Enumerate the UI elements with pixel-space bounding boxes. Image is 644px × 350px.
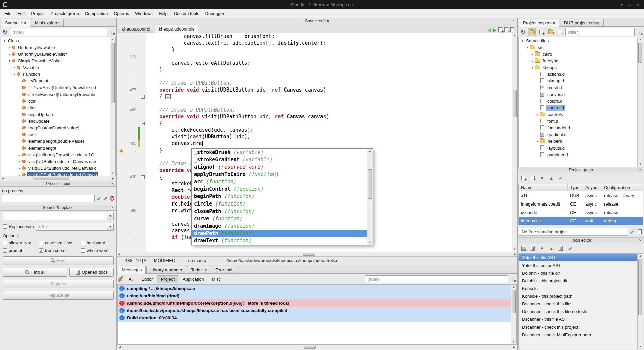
message-row[interactable]: i/home/basile/dev/projects/kheops/kheops… [118, 307, 516, 314]
fold-marker[interactable]: − [141, 122, 145, 125]
tab-mini-explorer[interactable]: Mini explorer [31, 19, 64, 26]
files-tree-vscrollbar[interactable]: ▲ ▼ [637, 37, 643, 167]
fold-column[interactable] [140, 100, 146, 107]
scroll-left-icon[interactable]: ◀ [117, 345, 122, 349]
completion-item[interactable]: circle(function) [192, 200, 373, 208]
completion-item[interactable]: drawPath(function) [192, 230, 373, 237]
gutter-icon-column[interactable] [117, 73, 126, 80]
completion-item[interactable]: alignof(reserved word) [192, 163, 373, 171]
completion-item[interactable]: drawText(function) [192, 237, 373, 244]
column-header-configuration[interactable]: Configuration [602, 184, 643, 191]
column-header-name[interactable]: Name [519, 184, 568, 191]
scroll-left-icon[interactable]: ◀ [1, 176, 5, 181]
menu-windows[interactable]: Windows [132, 10, 156, 17]
add-tool-icon[interactable] [519, 244, 527, 252]
symbol-tree-item[interactable]: fillDrawArea(UniformlyDrawable ud [1, 84, 115, 91]
fold-column[interactable] [140, 207, 146, 214]
scroll-up-icon[interactable]: ▲ [511, 285, 516, 289]
filter-misc[interactable]: Misc [208, 275, 225, 283]
messages-vscrollbar[interactable]: ▲ ▼ [511, 285, 516, 344]
scroll-thumb[interactable] [638, 43, 642, 63]
close-project-group-icon[interactable]: × [638, 167, 643, 172]
fold-column[interactable] [140, 234, 146, 241]
message-row[interactable]: iusing /usr/bin/dmd (dmd) [118, 292, 516, 299]
code-line[interactable]: . [117, 100, 517, 107]
editor-hscrollbar[interactable]: ◀ ▶ [117, 252, 517, 256]
completion-item[interactable]: drawImage(function) [192, 222, 373, 230]
filter-editor[interactable]: Editor [138, 275, 156, 283]
clear-messages-filter-icon[interactable]: × [509, 276, 516, 282]
files-tree-item[interactable]: canvas.d [519, 91, 643, 98]
filter-project[interactable]: Project [157, 275, 178, 283]
tools-list-vscrollbar[interactable]: ▲ ▼ [637, 254, 643, 349]
scroll-up-icon[interactable]: ▲ [512, 33, 517, 38]
scroll-thumb[interactable] [33, 177, 69, 180]
gutter-icon-column[interactable] [117, 227, 126, 234]
move-tool-up-icon[interactable]: ▲ [547, 244, 555, 252]
gutter-icon-column[interactable] [117, 147, 126, 154]
completion-vscrollbar[interactable]: ▲ ▼ [367, 149, 373, 245]
scroll-up-icon[interactable]: ▲ [367, 149, 373, 153]
move-project-down-icon[interactable]: ▼ [538, 174, 546, 182]
gutter-icon-column[interactable] [117, 100, 126, 107]
tab-messages[interactable]: Messages [118, 266, 146, 274]
gutter-icon-column[interactable] [117, 187, 126, 194]
fold-column[interactable] [140, 221, 146, 227]
tab-symbol-list[interactable]: Symbol list [1, 19, 30, 27]
code-line[interactable]: . canvas.fillBrush = _brushFont; [117, 33, 517, 40]
gutter-icon-column[interactable] [117, 66, 126, 73]
fold-column[interactable] [140, 187, 146, 194]
fold-column[interactable] [140, 40, 146, 46]
message-row[interactable]: !/usr/include/dmd/druntime/import/core/e… [118, 299, 516, 307]
refresh-symbols-icon[interactable]: ↻ [1, 28, 9, 36]
message-row[interactable]: iBuild duration: 00:00:04 [118, 314, 516, 322]
fold-marker[interactable]: − [141, 175, 145, 179]
close-window-icon[interactable]: × [637, 2, 639, 7]
collapse-tree-icon[interactable] [528, 28, 536, 36]
symbol-tree-item[interactable]: endUpdate [1, 118, 115, 124]
completion-item[interactable]: _strokeGradient(variable) [192, 156, 373, 163]
replace-all-button[interactable]: Replace all [3, 291, 114, 300]
code-line[interactable]: 475 override void visit(UDBitButton udc,… [117, 86, 517, 93]
gutter-icon-column[interactable] [117, 160, 126, 167]
menu-file[interactable]: File [1, 10, 14, 17]
close-process-input-icon[interactable]: × [110, 181, 115, 186]
symbol-filter-input[interactable] [10, 28, 107, 36]
project-filter-input[interactable] [565, 28, 635, 36]
fold-column[interactable] [140, 154, 146, 160]
tool-item[interactable]: Dscanner - check this project [519, 323, 643, 331]
close-document-icon[interactable] [504, 27, 508, 32]
maximize-window-icon[interactable]: ◇ [628, 2, 631, 7]
gutter-icon-column[interactable] [117, 46, 126, 53]
code-line[interactable]: . } [117, 46, 517, 53]
files-tree-item[interactable]: ▸freetype [519, 57, 643, 64]
gutter-icon-column[interactable] [117, 40, 126, 46]
column-header-type[interactable]: Type [568, 184, 583, 191]
files-tree-item[interactable]: control.d [519, 104, 643, 111]
add-project-icon[interactable] [519, 174, 527, 182]
tab-terminal[interactable]: Terminal [212, 266, 236, 273]
symbol-tree-item[interactable]: elementHeight [1, 144, 115, 151]
column-header-async[interactable]: Async [583, 184, 602, 191]
fold-column[interactable] [140, 53, 146, 60]
symbol-tree-vscrollbar[interactable]: ▲ ▼ [110, 37, 115, 176]
files-tree-item[interactable]: layouts.d [519, 144, 643, 151]
search-input[interactable] [3, 212, 107, 220]
gutter-icon-column[interactable] [117, 80, 126, 86]
editor-vscrollbar[interactable]: ▲ ▼ [512, 33, 517, 252]
completion-item[interactable]: curve(function) [192, 215, 373, 222]
messages-hscrollbar[interactable]: ◀ ▶ [117, 345, 517, 349]
close-search-icon[interactable]: × [110, 205, 115, 210]
tree-expand-icon[interactable]: ▸ [535, 113, 540, 116]
scroll-thumb[interactable] [513, 90, 517, 117]
code-line[interactable]: 485 canvas.dra [117, 140, 517, 147]
close-tools-editor-icon[interactable]: × [638, 238, 643, 243]
completion-item[interactable]: arc(function) [192, 178, 373, 185]
symbol-tree-item[interactable]: ▾Class [1, 37, 115, 44]
tree-collapse-icon[interactable]: ▾ [2, 39, 7, 43]
fold-column[interactable] [140, 127, 146, 133]
symbol-tree-item[interactable]: ▸visit(UDPathButton udc, ref Canvas [1, 171, 115, 176]
async-mode-icon[interactable]: ✓ [557, 174, 565, 182]
files-tree-item[interactable]: actions.d [519, 71, 643, 77]
files-tree-item[interactable]: ▸cairo [519, 51, 643, 57]
